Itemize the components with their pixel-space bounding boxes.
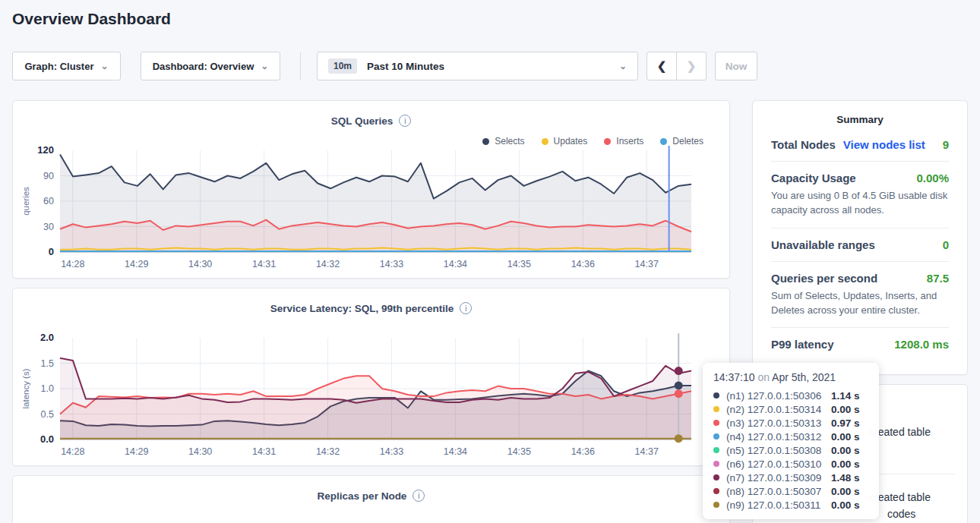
- svg-text:1.0: 1.0: [41, 383, 54, 394]
- summary-label: Queries per second: [771, 272, 877, 285]
- summary-label: Unavailable ranges: [771, 238, 875, 251]
- sql-queries-chart[interactable]: 14:2814:2914:3014:3114:3214:3314:3414:35…: [13, 144, 719, 278]
- legend-item-updates[interactable]: Updates: [542, 136, 588, 147]
- legend-item-inserts[interactable]: Inserts: [604, 136, 643, 147]
- tooltip-node-value: 0.00 s: [831, 431, 860, 443]
- tooltip-row: (n7) 127.0.0.1:503091.48 s: [713, 471, 868, 484]
- svg-text:60: 60: [43, 196, 54, 206]
- replicas-per-node-chart-card: Replicas per Node i: [12, 475, 730, 523]
- tooltip-node-value: 0.00 s: [831, 458, 860, 470]
- svg-text:14:36: 14:36: [571, 259, 595, 269]
- svg-text:14:28: 14:28: [61, 446, 84, 457]
- tooltip-date: Apr 5th, 2021: [772, 371, 836, 383]
- legend-dot-icon: [660, 138, 667, 145]
- legend-item-deletes[interactable]: Deletes: [660, 136, 703, 147]
- summary-row: Queries per second87.5Sum of Selects, Up…: [771, 262, 949, 329]
- summary-value: 87.5: [927, 272, 949, 285]
- summary-value: 1208.0 ms: [894, 338, 949, 351]
- dashboard-dropdown[interactable]: Dashboard: Overview ⌄: [141, 52, 280, 80]
- svg-text:14:30: 14:30: [188, 259, 212, 269]
- tooltip-rows: (n1) 127.0.0.1:503061.14 s(n2) 127.0.0.1…: [713, 389, 868, 512]
- info-icon[interactable]: i: [413, 490, 425, 502]
- svg-text:14:29: 14:29: [125, 446, 148, 457]
- summary-row: Total NodesView nodes list9: [771, 128, 949, 162]
- time-range-label: Past 10 Minutes: [367, 61, 619, 72]
- node-color-dot-icon: [713, 433, 719, 440]
- info-icon[interactable]: i: [460, 302, 472, 314]
- time-next-button[interactable]: ❯: [676, 52, 707, 80]
- summary-row: Unavailable ranges0: [771, 228, 949, 262]
- tooltip-node-value: 1.48 s: [831, 472, 860, 484]
- svg-text:14:35: 14:35: [507, 259, 531, 269]
- svg-text:14:32: 14:32: [316, 259, 340, 269]
- svg-text:14:33: 14:33: [380, 446, 403, 457]
- svg-text:14:36: 14:36: [571, 446, 595, 457]
- tooltip-node-address: (n6) 127.0.0.1:50310: [726, 458, 825, 470]
- legend-label: Inserts: [616, 136, 643, 147]
- tooltip-row: (n2) 127.0.0.1:503140.00 s: [713, 402, 868, 416]
- event-item-text[interactable]: codes: [887, 508, 915, 520]
- tooltip-node-address: (n8) 127.0.0.1:50307: [726, 486, 825, 497]
- service-latency-chart[interactable]: 14:2814:2914:3014:3114:3214:3314:3414:35…: [13, 332, 719, 465]
- time-range-dropdown[interactable]: 10m Past 10 Minutes ⌄: [317, 52, 638, 80]
- chevron-down-icon: ⌄: [619, 61, 627, 71]
- tooltip-row: (n8) 127.0.0.1:503070.00 s: [713, 484, 868, 498]
- node-color-dot-icon: [713, 447, 719, 453]
- chevron-down-icon: ⌄: [100, 61, 108, 71]
- svg-text:14:28: 14:28: [61, 259, 84, 269]
- now-button[interactable]: Now: [715, 52, 757, 80]
- svg-text:14:34: 14:34: [444, 259, 467, 269]
- summary-value: 9: [943, 138, 949, 151]
- chart-hover-tooltip: 14:37:10 on Apr 5th, 2021 (n1) 127.0.0.1…: [703, 363, 879, 519]
- legend-label: Deletes: [672, 136, 703, 147]
- summary-value: 0.00%: [916, 172, 949, 184]
- svg-text:14:34: 14:34: [444, 446, 467, 457]
- tooltip-row: (n9) 127.0.0.1:503110.00 s: [713, 498, 868, 512]
- tooltip-node-value: 0.00 s: [831, 486, 860, 497]
- svg-text:14:35: 14:35: [507, 446, 531, 457]
- info-icon[interactable]: i: [399, 115, 411, 127]
- graph-dropdown-label: Graph: Cluster: [24, 61, 93, 72]
- service-latency-chart-card: Service Latency: SQL, 99th percentile i …: [12, 288, 730, 466]
- svg-text:14:31: 14:31: [252, 446, 276, 457]
- tooltip-node-value: 0.00 s: [831, 404, 860, 415]
- time-prev-button[interactable]: ❮: [646, 52, 677, 80]
- svg-text:14:37: 14:37: [635, 259, 659, 269]
- node-color-dot-icon: [713, 488, 719, 494]
- graph-dropdown[interactable]: Graph: Cluster ⌄: [12, 52, 121, 80]
- tooltip-row: (n4) 127.0.0.1:503120.00 s: [713, 430, 868, 443]
- tooltip-row: (n6) 127.0.0.1:503100.00 s: [713, 457, 868, 471]
- svg-text:latency (s): latency (s): [21, 368, 30, 408]
- time-range-badge: 10m: [328, 58, 357, 74]
- time-step-button-group: ❮ ❯: [646, 52, 707, 80]
- chart-header: SQL Queries i: [13, 101, 729, 128]
- tooltip-node-address: (n1) 127.0.0.1:50306: [726, 390, 825, 402]
- node-color-dot-icon: [713, 502, 719, 508]
- chart-legend: SelectsUpdatesInsertsDeletes: [482, 136, 703, 147]
- summary-description: You are using 0 B of 4.5 GiB usable disk…: [771, 189, 949, 218]
- tooltip-time: 14:37:10: [713, 371, 755, 383]
- tooltip-node-value: 0.00 s: [831, 499, 860, 511]
- view-nodes-list-link[interactable]: View nodes list: [843, 138, 925, 151]
- svg-text:queries: queries: [21, 187, 30, 216]
- svg-text:14:30: 14:30: [188, 446, 212, 457]
- chart-title: SQL Queries: [331, 115, 394, 127]
- summary-row: P99 latency1208.0 ms: [771, 328, 949, 361]
- node-color-dot-icon: [713, 420, 719, 426]
- summary-label: P99 latency: [771, 338, 834, 351]
- controls-bar: Graph: Cluster ⌄ Dashboard: Overview ⌄ 1…: [0, 52, 980, 80]
- tooltip-node-value: 0.97 s: [831, 417, 860, 429]
- tooltip-row: (n3) 127.0.0.1:503130.97 s: [713, 416, 868, 430]
- tooltip-row: (n1) 127.0.0.1:503061.14 s: [713, 389, 868, 402]
- summary-description: Sum of Selects, Updates, Inserts, and De…: [771, 289, 949, 318]
- legend-item-selects[interactable]: Selects: [482, 136, 524, 147]
- svg-text:14:32: 14:32: [316, 446, 340, 457]
- tooltip-on-word: on: [757, 371, 770, 383]
- tooltip-node-address: (n9) 127.0.0.1:50311: [726, 499, 825, 511]
- node-color-dot-icon: [713, 461, 719, 467]
- svg-text:0: 0: [49, 246, 54, 257]
- dashboard-dropdown-label: Dashboard: Overview: [153, 61, 254, 72]
- tooltip-node-value: 1.14 s: [831, 390, 860, 402]
- sql-queries-chart-card: SQL Queries i SelectsUpdatesInsertsDelet…: [12, 100, 730, 279]
- controls-divider: [300, 52, 301, 80]
